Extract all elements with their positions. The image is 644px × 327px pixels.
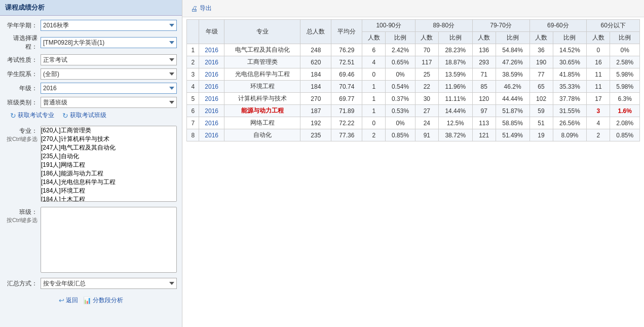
th-range1: 100-90分 — [362, 20, 415, 32]
table-cell: 36 — [529, 44, 553, 56]
table-cell: 0.85% — [386, 129, 415, 141]
th-range2: 89-80分 — [415, 20, 472, 32]
table-cell: 0% — [386, 68, 415, 81]
exam-type-select[interactable]: 正常考试 — [41, 54, 177, 65]
th-total: 总人数 — [300, 20, 331, 44]
table-cell: 光电信息科学与工程 — [224, 68, 300, 81]
table-cell: 293 — [472, 56, 496, 68]
table-cell: 4 — [362, 56, 386, 68]
dept-select[interactable]: (全部) — [41, 68, 177, 80]
th-r4-pct: 比例 — [553, 32, 587, 44]
table-cell: 2.58% — [610, 56, 640, 68]
table-cell: 2016 — [199, 93, 224, 105]
table-cell: 18.87% — [438, 56, 472, 68]
table-cell: 22 — [415, 81, 438, 93]
table-cell: 网络工程 — [224, 117, 300, 129]
table-cell: 192 — [300, 117, 331, 129]
th-r5-count: 人数 — [587, 32, 610, 44]
table-cell: 12.5% — [438, 117, 472, 129]
table-container: 年级 专业 总人数 平均分 100-90分 89-80分 79-70分 69-6… — [182, 17, 644, 327]
summary-select[interactable]: 按专业年级汇总 — [41, 278, 177, 289]
table-cell: 69.46 — [331, 68, 362, 81]
grade-select[interactable]: 2016 — [41, 83, 177, 94]
class-listbox-wrap: 班级： 按Ctrl键多选 — [5, 207, 177, 273]
back-button[interactable]: ↩ 返回 — [59, 296, 78, 305]
dept-label: 学生院系： — [5, 70, 41, 79]
exam-type-label: 考试性质： — [5, 56, 41, 64]
right-toolbar: 🖨 导出 — [182, 0, 644, 17]
table-cell: 0% — [386, 117, 415, 129]
table-cell: 11.11% — [438, 93, 472, 105]
summary-row: 汇总方式： 按专业年级汇总 — [0, 275, 182, 292]
major-hint: 按Ctrl键多选 — [5, 135, 37, 143]
class-section-label: 班级： 按Ctrl键多选 — [5, 207, 41, 273]
back-icon: ↩ — [59, 297, 64, 304]
semester-row: 学年学期： 2016秋季 — [5, 20, 177, 31]
table-cell: 6.3% — [610, 93, 640, 105]
table-cell: 51.87% — [496, 105, 529, 117]
table-cell: 16 — [587, 56, 610, 68]
table-cell: 97 — [472, 105, 496, 117]
table-cell: 37.78% — [553, 93, 587, 105]
refresh-icon-2: ↻ — [62, 112, 68, 120]
table-cell: 47.26% — [496, 56, 529, 68]
table-cell: 235 — [300, 129, 331, 141]
back-label: 返回 — [66, 296, 78, 305]
course-row: 请选择课程： [TMP0928]大学英语(1) — [5, 34, 177, 51]
table-cell: 620 — [300, 56, 331, 68]
table-cell: 0 — [362, 117, 386, 129]
analyze-button[interactable]: 📊 分数段分析 — [83, 296, 123, 305]
table-cell: 51.49% — [496, 129, 529, 141]
table-cell: 能源与动力工程 — [224, 105, 300, 117]
class-type-row: 班级类别： 普通班级 — [5, 97, 177, 108]
table-cell: 51 — [529, 117, 553, 129]
table-cell: 85 — [472, 81, 496, 93]
table-cell: 5 — [187, 93, 199, 105]
table-cell: 环境工程 — [224, 81, 300, 93]
table-cell: 8 — [187, 129, 199, 141]
table-cell: 7 — [187, 117, 199, 129]
table-cell: 13.59% — [438, 68, 472, 81]
table-cell: 30 — [415, 93, 438, 105]
class-listbox[interactable] — [41, 207, 177, 273]
table-cell: 2.42% — [386, 44, 415, 56]
table-cell: 11 — [587, 68, 610, 81]
export-button[interactable]: 🖨 导出 — [187, 3, 215, 14]
th-r1-pct: 比例 — [386, 32, 415, 44]
table-cell: 25 — [415, 68, 438, 81]
table-cell: 69.77 — [331, 93, 362, 105]
table-cell: 5.98% — [610, 81, 640, 93]
table-cell: 2016 — [199, 105, 224, 117]
summary-label: 汇总方式： — [5, 279, 41, 288]
table-cell: 30.65% — [553, 56, 587, 68]
class-type-select[interactable]: 普通班级 — [41, 97, 177, 108]
table-cell: 2 — [187, 56, 199, 68]
table-cell: 54.84% — [496, 44, 529, 56]
table-cell: 65 — [529, 81, 553, 93]
major-listbox[interactable]: [620人]工商管理类[270人]计算机科学与技术[247人]电气工程及其自动化… — [41, 126, 177, 202]
data-table: 年级 专业 总人数 平均分 100-90分 89-80分 79-70分 69-6… — [186, 19, 640, 141]
table-cell: 2016 — [199, 56, 224, 68]
table-cell: 2.08% — [610, 117, 640, 129]
fetch-major-btn[interactable]: ↻ 获取考试专业 — [10, 111, 54, 120]
form-area: 学年学期： 2016秋季 请选择课程： [TMP0928]大学英语(1) 考试性… — [0, 16, 182, 126]
table-cell: 4 — [587, 117, 610, 129]
table-cell: 2016 — [199, 44, 224, 56]
table-cell: 2016 — [199, 68, 224, 81]
bottom-buttons: ↩ 返回 📊 分数段分析 — [0, 292, 182, 309]
table-cell: 184 — [300, 68, 331, 81]
semester-select[interactable]: 2016秋季 — [41, 20, 177, 31]
table-cell: 自动化 — [224, 129, 300, 141]
course-select[interactable]: [TMP0928]大学英语(1) — [41, 37, 177, 48]
table-cell: 2016 — [199, 129, 224, 141]
fetch-class-btn[interactable]: ↻ 获取考试班级 — [62, 111, 106, 120]
table-cell: 270 — [300, 93, 331, 105]
table-cell: 工商管理类 — [224, 56, 300, 68]
table-cell: 0.65% — [386, 56, 415, 68]
table-cell: 77 — [529, 68, 553, 81]
class-type-label: 班级类别： — [5, 98, 41, 107]
table-cell: 71.89 — [331, 105, 362, 117]
panel-title: 课程成绩分析 — [0, 0, 182, 16]
table-cell: 76.29 — [331, 44, 362, 56]
table-cell: 6 — [362, 44, 386, 56]
